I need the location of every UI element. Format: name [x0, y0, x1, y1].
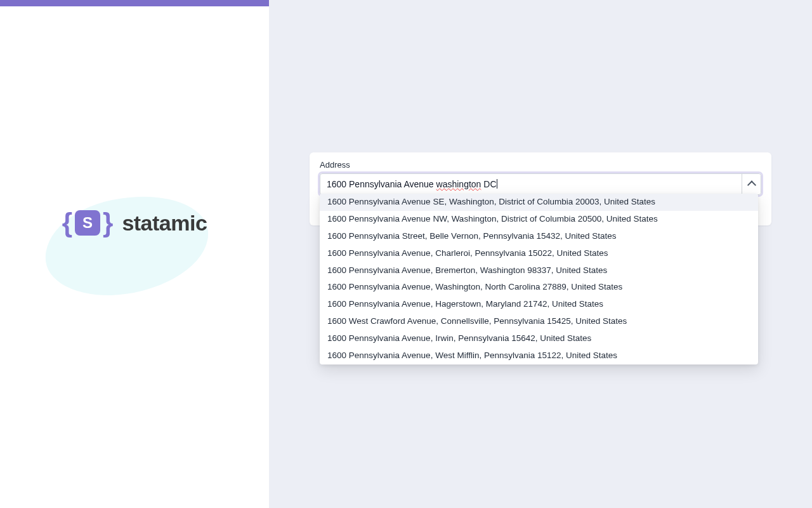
- brand-name: statamic: [122, 211, 207, 236]
- suggestion-item[interactable]: 1600 Pennsylvania Avenue NW, Washington,…: [320, 211, 758, 228]
- logo-square-icon: S: [75, 210, 100, 236]
- suggestion-item[interactable]: 1600 Pennsylvania Avenue, Charleroi, Pen…: [320, 245, 758, 262]
- chevron-up-icon: [747, 180, 756, 189]
- spellcheck-underline: washington: [436, 179, 481, 189]
- text-caret: [497, 179, 497, 189]
- suggestion-item[interactable]: 1600 Pennsylvania Avenue, West Mifflin, …: [320, 347, 758, 364]
- suggestion-item[interactable]: 1600 Pennsylvania Avenue, Bremerton, Was…: [320, 262, 758, 279]
- logo: { S } statamic: [0, 210, 269, 236]
- address-input[interactable]: 1600 Pennsylvania Avenue washington DC: [320, 174, 742, 194]
- suggestion-item[interactable]: 1600 Pennsylvania Avenue, Hagerstown, Ma…: [320, 296, 758, 313]
- dropdown-toggle-button[interactable]: [742, 174, 761, 194]
- brand-accent-bar: [0, 0, 269, 6]
- address-label: Address: [320, 160, 761, 170]
- logo-blob-bg: [39, 187, 215, 305]
- suggestion-item[interactable]: 1600 West Crawford Avenue, Connellsville…: [320, 313, 758, 330]
- sidebar: { S } statamic: [0, 0, 269, 508]
- brace-right-icon: }: [103, 210, 113, 236]
- main-panel: Address 1600 Pennsylvania Avenue washing…: [269, 0, 812, 508]
- logo-mark: { S }: [62, 210, 114, 236]
- address-combobox[interactable]: 1600 Pennsylvania Avenue washington DC: [320, 173, 761, 195]
- suggestion-item[interactable]: 1600 Pennsylvania Avenue, Washington, No…: [320, 279, 758, 296]
- suggestion-item[interactable]: 1600 Pennsylvania Avenue SE, Washington,…: [320, 194, 758, 211]
- suggestion-item[interactable]: 1600 Pennsylvania Avenue, Irwin, Pennsyl…: [320, 330, 758, 347]
- suggestion-item[interactable]: 1600 Pennsylvania Street, Belle Vernon, …: [320, 228, 758, 245]
- address-suggestions-dropdown: 1600 Pennsylvania Avenue SE, Washington,…: [320, 194, 758, 364]
- brace-left-icon: {: [62, 210, 72, 236]
